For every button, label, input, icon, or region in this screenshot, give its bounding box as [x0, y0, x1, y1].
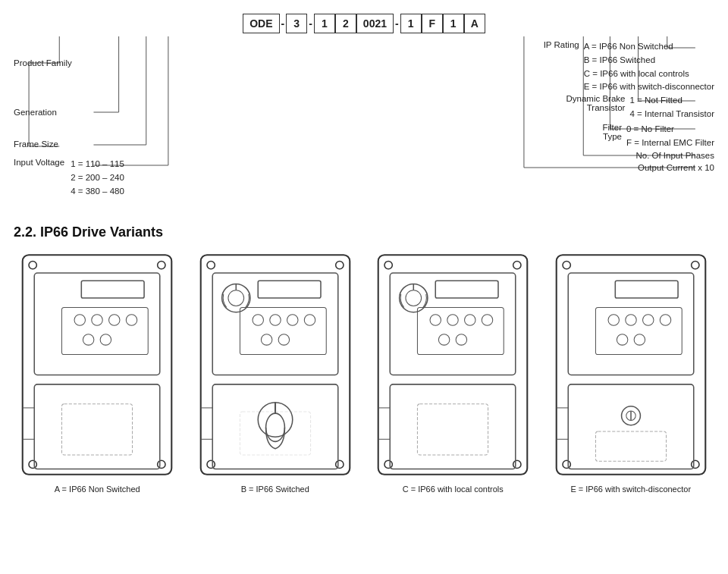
svg-point-32 [83, 334, 94, 345]
svg-point-33 [100, 334, 111, 345]
svg-point-65 [384, 460, 392, 468]
svg-point-66 [513, 460, 521, 468]
svg-point-22 [158, 261, 165, 268]
svg-point-84 [563, 261, 570, 268]
svg-point-40 [335, 261, 343, 268]
svg-rect-72 [418, 307, 504, 354]
svg-point-53 [261, 334, 271, 345]
seg-ode: ODE [243, 14, 279, 33]
section-2-2: 2.2. IP66 Drive Variants [14, 224, 714, 494]
svg-point-23 [29, 460, 36, 468]
label-generation: Generation [14, 107, 57, 118]
variant-c-caption: C = IP66 with local controls [403, 485, 504, 494]
section-title: 2.2. IP66 Drive Variants [14, 224, 714, 240]
svg-point-21 [29, 261, 36, 268]
svg-point-86 [563, 460, 570, 468]
svg-rect-27 [62, 307, 149, 354]
svg-point-93 [642, 315, 653, 325]
part-diagram: ODE - 3 - 1 2 0021 - 1 F 1 A .line { str… [14, 14, 714, 211]
svg-rect-47 [258, 281, 321, 298]
dash-1: - [280, 17, 287, 30]
seg-a: A [464, 14, 485, 33]
seg-1: 1 [314, 14, 335, 33]
svg-rect-83 [556, 255, 705, 475]
svg-rect-62 [378, 255, 528, 475]
svg-point-75 [465, 315, 475, 325]
svg-point-73 [430, 315, 441, 325]
variant-e-caption: E = IP66 with switch-disconector [570, 485, 691, 494]
label-frame-size: Frame Size [14, 139, 58, 149]
svg-point-41 [207, 460, 215, 468]
svg-point-29 [92, 315, 102, 325]
svg-rect-97 [568, 384, 694, 469]
svg-point-39 [207, 261, 215, 268]
svg-point-69 [406, 290, 422, 306]
svg-rect-26 [82, 281, 145, 298]
svg-point-94 [660, 315, 670, 325]
svg-rect-48 [240, 307, 326, 354]
svg-point-54 [278, 334, 289, 345]
svg-point-45 [228, 290, 244, 306]
seg-2: 2 [335, 14, 356, 33]
svg-point-64 [513, 261, 521, 268]
svg-point-42 [335, 460, 343, 468]
variant-a: A = IP66 Non Switched [14, 251, 181, 494]
svg-rect-103 [595, 431, 666, 461]
svg-rect-43 [212, 273, 338, 375]
svg-rect-25 [34, 273, 160, 375]
svg-point-30 [109, 315, 120, 325]
svg-point-52 [304, 315, 315, 325]
seg-f: F [422, 14, 443, 33]
svg-rect-82 [418, 404, 488, 455]
svg-point-49 [253, 315, 263, 325]
svg-rect-34 [34, 384, 160, 469]
svg-point-74 [447, 315, 458, 325]
label-dynamic-brake: Dynamic Brake Transistor 1 = Not Fitted … [566, 94, 714, 121]
svg-point-95 [617, 334, 627, 345]
svg-point-76 [482, 315, 493, 325]
seg-1b: 1 [400, 14, 422, 33]
seg-0021: 0021 [356, 14, 394, 33]
svg-rect-89 [615, 281, 678, 298]
variants-row: A = IP66 Non Switched [14, 251, 714, 494]
label-input-phases: No. Of Input Phases [635, 150, 714, 161]
svg-rect-67 [390, 273, 516, 375]
svg-rect-88 [568, 273, 694, 375]
svg-rect-71 [435, 281, 498, 298]
svg-point-28 [74, 315, 85, 325]
svg-point-77 [439, 334, 450, 345]
drive-svg-b [196, 251, 355, 478]
svg-point-31 [127, 315, 137, 325]
drive-svg-a [17, 251, 177, 478]
svg-rect-55 [212, 384, 338, 469]
dash-3: - [394, 17, 400, 30]
seg-3: 3 [286, 14, 307, 33]
svg-rect-37 [62, 404, 133, 455]
svg-point-92 [626, 315, 636, 325]
label-ip-rating: IP Rating A = IP66 Non Switched B = IP66… [544, 40, 714, 94]
svg-point-24 [158, 460, 165, 468]
svg-rect-79 [390, 384, 516, 469]
svg-rect-90 [595, 307, 682, 354]
label-product-family: Product Family [14, 58, 72, 68]
variant-a-caption: A = IP66 Non Switched [55, 485, 140, 494]
variant-b: B = IP66 Switched [192, 251, 359, 494]
part-code-row: ODE - 3 - 1 2 0021 - 1 F 1 A [14, 14, 714, 33]
svg-point-91 [608, 315, 619, 325]
label-input-voltage: Input Voltage 1 = 110 – 115 2 = 200 – 24… [14, 158, 124, 198]
svg-point-85 [691, 261, 698, 268]
seg-1c: 1 [443, 14, 464, 33]
svg-point-87 [691, 460, 698, 468]
variant-b-caption: B = IP66 Switched [241, 485, 309, 494]
variant-e: E = IP66 with switch-disconector [548, 251, 715, 494]
svg-point-51 [287, 315, 297, 325]
svg-point-96 [634, 334, 645, 345]
drive-svg-c [373, 251, 532, 478]
label-filter-type: Filter Type 0 = No Filter F = Internal E… [602, 123, 714, 150]
svg-point-63 [384, 261, 392, 268]
drive-svg-e [551, 251, 711, 478]
variant-c: C = IP66 with local controls [369, 251, 537, 494]
svg-point-50 [270, 315, 281, 325]
svg-point-78 [456, 334, 466, 345]
dash-2: - [307, 17, 314, 30]
